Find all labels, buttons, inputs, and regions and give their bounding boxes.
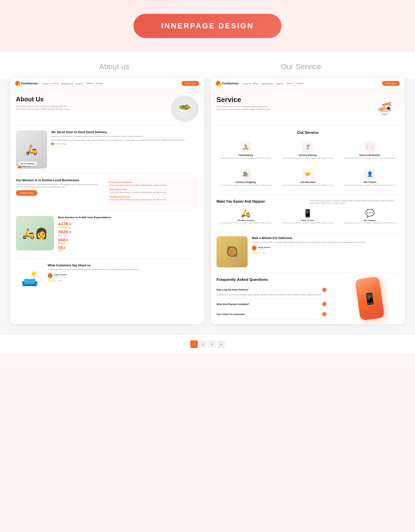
mission-reviewer-row: Angel Jessica Foodies, this is what I ne… <box>18 166 39 168</box>
wait-image: 🥘 <box>216 236 248 267</box>
service-nav: Foodsense. Home ▾ About Restaurant ▾ Pag… <box>211 78 405 89</box>
testimonial-reviewer-role: Food Lovers <box>54 276 67 277</box>
milestone-3-title: 03 Delivered For Free <box>109 196 196 198</box>
svc-nav-pages[interactable]: Pages ▾ <box>276 82 283 85</box>
service-page-preview: Foodsense. Home ▾ About Restaurant ▾ Pag… <box>211 78 405 324</box>
section-titles-row: About us Our Service <box>0 52 415 78</box>
service-nav-cta[interactable]: Order Now <box>382 81 400 86</box>
about-nav-cta[interactable]: Order Now <box>182 81 199 86</box>
watch-video-link[interactable]: ▶ WATCH VIDEO <box>51 143 185 145</box>
milestone-1: 01 Increase Customers Lorem ipsum dolor … <box>109 181 196 186</box>
wait-section: 🥘 Wait a Minute For Delicious Lorem ipsu… <box>211 233 405 272</box>
testimonial-content: What Customers Say About us Lorem ipsum … <box>48 264 140 295</box>
service-icon-4: 🤝 <box>302 168 313 180</box>
nav-link-service[interactable]: Service <box>86 82 93 85</box>
local-business-section: Our Mission is to Evolve Local Businesse… <box>10 174 204 211</box>
easier-title-1: Easy To Use <box>278 219 337 221</box>
page-btn-3[interactable]: 3 <box>208 340 216 348</box>
service-icon-2: 🍽️ <box>364 141 375 153</box>
faq-question-text-1: What Kind Payment Available? <box>216 303 249 305</box>
easier-body-1: Lorem ipsum dolor sit amet, consectetur … <box>278 222 337 224</box>
service-hero-body: Lorem ipsum dolor sit amet, consectetur … <box>216 105 272 111</box>
testimonial-image: 🛋️ <box>16 264 44 295</box>
wait-reviewer-avatar <box>252 246 257 250</box>
mission-image: 🛵 We Are Number 1 Angel Jessica Foodies,… <box>16 130 47 168</box>
nav-link-contact[interactable]: Contact <box>96 82 103 85</box>
faq-item-2[interactable]: Can I Order For Someone? + <box>216 309 326 319</box>
service-title-0: Food Delivery <box>218 154 274 156</box>
easier-grid: 🛵 The Best Courier Lorem ipsum dolor sit… <box>216 209 399 224</box>
page-btn-4[interactable]: 4 <box>217 340 225 348</box>
faq-item-1[interactable]: What Kind Payment Available? + <box>216 299 326 309</box>
register-now-button[interactable]: Register Now <box>16 190 37 196</box>
about-page-preview: Foodsense. Home ▾ About Restaurant ▾ Pag… <box>10 78 204 324</box>
testimonial-section: 🛋️ What Customers Say About us Lorem ips… <box>10 259 204 300</box>
service-card-2: 🍽️ Drive In Restaurant Lorem ipsum dolor… <box>341 139 399 162</box>
service-title-2: Drive In Restaurant <box>342 154 398 156</box>
about-hero-image: 🥗 <box>171 96 199 122</box>
milestone-2-body: Lorem ipsum dolor sit amet, consectetur … <box>109 191 196 194</box>
faq-question-0[interactable]: How Long My Order Delivery? − <box>216 288 326 292</box>
testimonial-reviewer: Angel Jessica Food Lovers <box>48 273 140 278</box>
faq-answer-0: Lorem ipsum dolor sit amet, consectetur … <box>216 294 326 296</box>
mission-body-1: Lorem ipsum dolor sit amet, consectetur … <box>51 135 185 138</box>
svc-nav-about[interactable]: About <box>253 82 259 85</box>
stat-4: 55+ Cities <box>58 246 199 252</box>
milestone-1-title: 01 Increase Customers <box>109 181 196 183</box>
easier-heading: Make You Easier And Happier <box>216 200 306 205</box>
mission-reviewer-role: Foodies, this is what I need <box>22 167 39 168</box>
service-hero-text: Service Lorem ipsum dolor sit amet, cons… <box>216 96 272 111</box>
service-body-2: Lorem ipsum dolor sit amet, consectetur … <box>342 157 398 159</box>
about-hero-body: Lorem ipsum dolor sit amet, consectetur … <box>16 105 71 111</box>
milestone-3: 03 Delivered For Free Lorem ipsum dolor … <box>109 196 196 201</box>
nav-link-home[interactable]: Home ▾ <box>43 82 50 85</box>
stat-2-label: Users Order <box>58 234 199 236</box>
our-service-heading: Our Service <box>216 130 399 135</box>
wait-reviewer-info: Angel Jessica Food Lovers <box>258 246 271 250</box>
testimonial-reviewer-avatar <box>48 273 53 278</box>
nav-link-pages[interactable]: Pages ▾ <box>76 82 83 85</box>
stat-3-label: Merchant <box>58 242 199 244</box>
wait-reviewer-role: Food Lovers <box>258 248 271 250</box>
stats-image: 🛵👩 <box>16 216 54 250</box>
about-mission-section: 🛵 We Are Number 1 Angel Jessica Foodies,… <box>10 126 204 173</box>
app-download-section: 📱 <box>335 273 405 324</box>
faq-question-2[interactable]: Can I Order For Someone? + <box>216 312 326 316</box>
stat-2-num: 362K+ <box>58 230 199 234</box>
svc-nav-restaurant[interactable]: Restaurant ▾ <box>261 82 273 85</box>
service-body-1: Lorem ipsum dolor sit amet, consectetur … <box>280 157 335 159</box>
svc-nav-home[interactable]: Home ▾ <box>243 82 250 85</box>
local-business-body: Lorem ipsum dolor sit amet, consectetur … <box>16 183 102 188</box>
svc-nav-service[interactable]: Service <box>286 82 293 85</box>
about-nav-links: Home ▾ About Restaurant ▾ Pages ▾ Servic… <box>43 82 182 85</box>
page-btn-1[interactable]: 1 <box>190 340 198 348</box>
faq-toggle-1[interactable]: + <box>322 302 326 306</box>
service-card-1: 🥤 Grocery Delivery Lorem ipsum dolor sit… <box>278 139 337 162</box>
about-mission-text: We Serve Door to Door Dood Delivery Lore… <box>51 130 185 168</box>
mission-heading: We Serve Door to Door Dood Delivery <box>51 130 185 134</box>
nav-link-restaurant[interactable]: Restaurant ▾ <box>61 82 73 85</box>
stat-4-num: 55+ <box>58 246 199 250</box>
pagination: 1 2 3 4 <box>6 340 409 348</box>
service-icon-3: 🛍️ <box>240 168 251 180</box>
service-card-5: 👤 Join Courier Lorem ipsum dolor sit ame… <box>341 166 399 189</box>
faq-toggle-0[interactable]: − <box>322 288 326 292</box>
easier-body-0: Lorem ipsum dolor sit amet, consectetur … <box>216 222 275 224</box>
two-col-layout: Foodsense. Home ▾ About Restaurant ▾ Pag… <box>0 78 415 334</box>
about-hero: About Us Lorem ipsum dolor sit amet, con… <box>10 89 204 125</box>
service-logo-icon <box>216 81 221 86</box>
service-body-4: Lorem ipsum dolor sit amet, consectetur … <box>280 184 335 186</box>
our-service-section: Our Service 🚴 Food Delivery Lorem ipsum … <box>211 126 405 194</box>
wait-reviewer: Angel Jessica Food Lovers <box>252 246 366 250</box>
faq-item-0[interactable]: How Long My Order Delivery? − Lorem ipsu… <box>216 285 326 300</box>
svc-nav-contact[interactable]: Contact <box>296 82 303 85</box>
service-title-4: Join Merchant <box>280 181 335 183</box>
faq-question-1[interactable]: What Kind Payment Available? + <box>216 302 326 306</box>
page-btn-2[interactable]: 2 <box>199 340 207 348</box>
nav-link-about[interactable]: About <box>53 82 58 85</box>
service-hero-heading: Service <box>216 96 272 104</box>
mission-reviewer-avatar <box>18 166 21 168</box>
faq-heading: Frequently Asked Questions <box>216 277 326 282</box>
service-body-5: Lorem ipsum dolor sit amet, consectetur … <box>342 184 398 186</box>
faq-toggle-2[interactable]: + <box>322 312 326 316</box>
